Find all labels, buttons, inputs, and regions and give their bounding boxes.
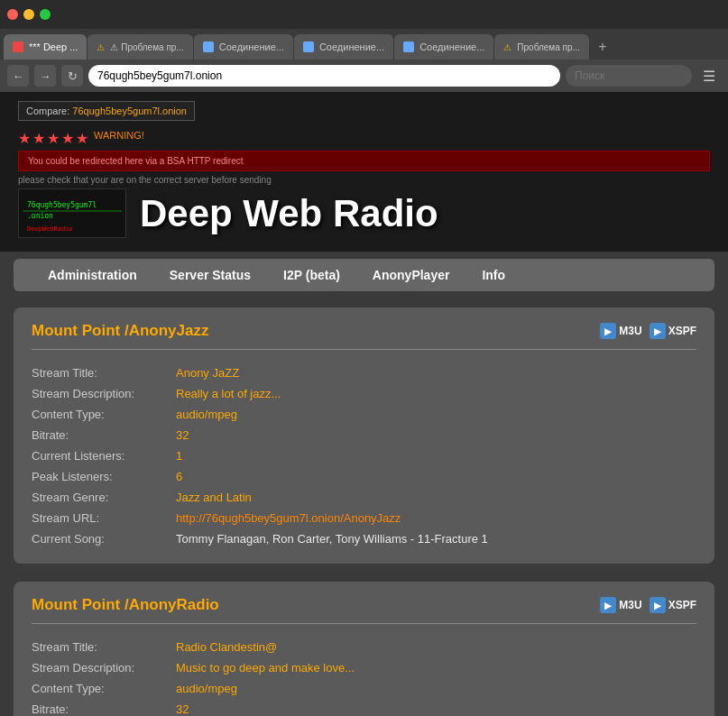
card-header-0: Mount Point /AnonyJazz ▶ M3U ▶ XSPF (32, 322, 696, 350)
warning-label: WARNING! (94, 130, 144, 147)
mount-card-0: Mount Point /AnonyJazz ▶ M3U ▶ XSPF Stre… (14, 308, 714, 564)
play-icon-0: ▶ (600, 323, 616, 339)
card-actions-0: ▶ M3U ▶ XSPF (600, 323, 696, 339)
site-logo: 76qugh5bey5gum7l .onion DeepWebRadio (18, 188, 126, 238)
stream-fields-1: Stream Title: Radio Clandestin@ Stream D… (32, 637, 696, 716)
stream-row-0-0: Stream Title: Anony JaZZ (32, 363, 696, 383)
reload-button[interactable]: ↻ (61, 65, 83, 87)
header-warning: You could be redirected here via a BSA H… (18, 151, 710, 171)
mount-card-1: Mount Point /AnonyRadio ▶ M3U ▶ XSPF Str… (14, 582, 714, 716)
svg-text:76qugh5bey5gum7l: 76qugh5bey5gum7l (27, 201, 97, 209)
tab-1[interactable]: ⚠ ⚠ Проблема пр... (88, 34, 192, 60)
card-actions-1: ▶ M3U ▶ XSPF (600, 597, 696, 613)
nav-administration[interactable]: Administration (32, 259, 153, 291)
compare-bar: Compare: 76qugh5bey5gum7l.onion (18, 101, 195, 121)
card-header-1: Mount Point /AnonyRadio ▶ M3U ▶ XSPF (32, 596, 696, 624)
cards-container: Mount Point /AnonyJazz ▶ M3U ▶ XSPF Stre… (0, 298, 728, 716)
stream-row-0-1: Stream Description: Really a lot of jazz… (32, 383, 696, 404)
address-bar[interactable] (88, 65, 560, 87)
new-tab-button[interactable]: + (590, 34, 615, 60)
nav-anonyplayer[interactable]: AnonyPlayer (356, 259, 466, 291)
xspf-button-0[interactable]: ▶ XSPF (650, 323, 696, 339)
header-subtext: please check that your are on the correc… (18, 175, 710, 185)
nav-server-status[interactable]: Server Status (153, 259, 267, 291)
stream-row-1-3: Bitrate: 32 (32, 699, 696, 716)
svg-text:DeepWebRadio: DeepWebRadio (27, 225, 73, 233)
header-stars: ★ ★ ★ ★ ★ WARNING! (18, 130, 710, 147)
tab-2[interactable]: Соединение... (194, 34, 293, 60)
logo-svg: 76qugh5bey5gum7l .onion DeepWebRadio (23, 191, 122, 236)
site-title: Deep Web Radio (140, 192, 438, 235)
stream-row-0-7: Stream URL: http://76qugh5bey5gum7l.onio… (32, 508, 696, 528)
menu-button[interactable]: ☰ (697, 66, 721, 87)
close-button[interactable] (7, 9, 18, 20)
xspf-icon-0: ▶ (650, 323, 666, 339)
stream-row-1-2: Content Type: audio/mpeg (32, 678, 696, 699)
toolbar: ← → ↻ ☰ (0, 60, 728, 92)
stream-row-0-8: Current Song: Tommy Flanagan, Ron Carter… (32, 528, 696, 549)
stream-row-1-0: Stream Title: Radio Clandestin@ (32, 637, 696, 657)
stream-row-0-6: Stream Genre: Jazz and Latin (32, 487, 696, 508)
nav-bar: Administration Server Status I2P (beta) … (14, 259, 714, 291)
page-content: Compare: 76qugh5bey5gum7l.onion ★ ★ ★ ★ … (0, 92, 728, 716)
tab-4[interactable]: Соединение... (394, 34, 493, 60)
tab-3[interactable]: Соединение... (294, 34, 393, 60)
back-button[interactable]: ← (7, 65, 29, 87)
nav-i2p[interactable]: I2P (beta) (267, 259, 356, 291)
stream-fields-0: Stream Title: Anony JaZZ Stream Descript… (32, 363, 696, 549)
stream-row-0-4: Current Listeners: 1 (32, 445, 696, 466)
forward-button[interactable]: → (34, 65, 56, 87)
search-input[interactable] (566, 65, 692, 87)
mount-title-0: Mount Point /AnonyJazz (32, 322, 208, 340)
mount-title-1: Mount Point /AnonyRadio (32, 596, 219, 614)
stream-row-0-3: Bitrate: 32 (32, 425, 696, 445)
site-logo-area: 76qugh5bey5gum7l .onion DeepWebRadio Dee… (18, 188, 710, 238)
stream-row-1-1: Stream Description: Music to go deep and… (32, 657, 696, 678)
site-header: Compare: 76qugh5bey5gum7l.onion ★ ★ ★ ★ … (0, 92, 728, 252)
tab-5[interactable]: ⚠ Проблема пр... (494, 34, 589, 60)
stream-row-0-5: Peak Listeners: 6 (32, 466, 696, 487)
m3u-button-1[interactable]: ▶ M3U (600, 597, 641, 613)
minimize-button[interactable] (23, 9, 34, 20)
play-icon-1: ▶ (600, 597, 616, 613)
xspf-button-1[interactable]: ▶ XSPF (650, 597, 696, 613)
tab-bar: *** Deep ... ⚠ ⚠ Проблема пр... Соединен… (0, 29, 728, 60)
stream-row-0-2: Content Type: audio/mpeg (32, 404, 696, 425)
nav-info[interactable]: Info (465, 259, 521, 291)
maximize-button[interactable] (40, 9, 51, 20)
title-bar (0, 0, 728, 29)
m3u-button-0[interactable]: ▶ M3U (600, 323, 641, 339)
tab-0[interactable]: *** Deep ... (4, 34, 87, 60)
xspf-icon-1: ▶ (650, 597, 666, 613)
svg-text:.onion: .onion (27, 212, 53, 220)
